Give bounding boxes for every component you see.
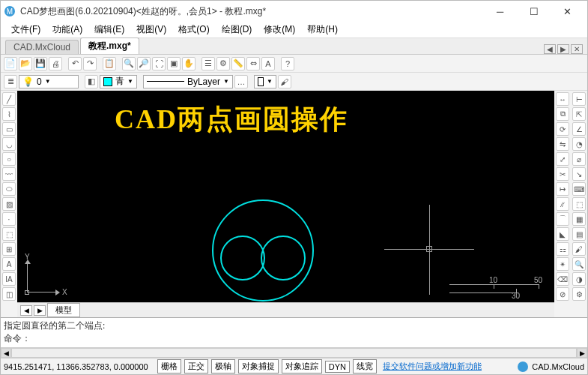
dim-radius-icon[interactable]: ◔ [572, 137, 586, 151]
linetype-selector[interactable]: ByLayer ▼ [143, 75, 233, 88]
measure-icon[interactable]: 📏 [231, 57, 245, 70]
dimension-icon[interactable]: ⇔ [246, 57, 260, 70]
mirror-tool-icon[interactable]: ⇋ [556, 137, 569, 151]
zoom-window-icon[interactable]: ⛶ [152, 57, 166, 70]
model-tab[interactable]: 模型 [47, 303, 80, 317]
layout-prev-icon[interactable]: ◀ [20, 305, 32, 316]
redo-icon[interactable]: ↷ [83, 57, 97, 70]
color-manager-icon[interactable]: ◧ [85, 75, 98, 88]
line-tool-icon[interactable]: ╱ [2, 92, 16, 106]
move-tool-icon[interactable]: ↔ [556, 92, 569, 106]
menu-edit[interactable]: 编辑(E) [88, 22, 130, 38]
toggle-lwt[interactable]: 线宽 [353, 359, 377, 374]
clipboard-icon[interactable]: 📋 [103, 57, 116, 70]
rotate-tool-icon[interactable]: ⟳ [556, 122, 569, 136]
menu-view[interactable]: 视图(V) [130, 22, 172, 38]
toggle-dyn[interactable]: DYN [325, 361, 350, 373]
text-tool-icon[interactable]: A [261, 57, 275, 70]
close-button[interactable]: ✕ [551, 1, 584, 22]
zoom-out-icon[interactable]: 🔎 [137, 57, 151, 70]
layer-selector[interactable]: 💡 0 ▼ [19, 75, 79, 88]
group-icon[interactable]: ▦ [572, 212, 586, 226]
lineweight-selector[interactable]: ▼ [254, 75, 276, 88]
command-area[interactable]: 指定圆直径的第二个端点: 命令： [1, 317, 587, 347]
ellipse-tool-icon[interactable]: ⬭ [2, 182, 16, 196]
open-file-icon[interactable]: 📂 [19, 57, 32, 70]
zoom-extents-icon[interactable]: ▣ [167, 57, 181, 70]
array-tool-icon[interactable]: ⚏ [556, 242, 569, 256]
drawing-canvas[interactable]: CAD两点画圆操作 10 50 30 [17, 91, 554, 302]
tab-nav-right-icon[interactable]: ▶ [557, 44, 569, 54]
tab-nav-left-icon[interactable]: ◀ [544, 44, 556, 54]
menu-help[interactable]: 帮助(H) [301, 22, 344, 38]
block-tool-icon[interactable]: ⬚ [2, 227, 16, 241]
tab-close-icon[interactable]: ✕ [571, 44, 583, 54]
minimize-button[interactable]: ─ [483, 1, 517, 22]
hatch-tool-icon[interactable]: ▨ [2, 197, 16, 211]
dim-aligned-icon[interactable]: ⇱ [572, 107, 586, 121]
polyline-tool-icon[interactable]: ⌇ [2, 107, 16, 121]
region-tool-icon[interactable]: ◫ [2, 287, 16, 301]
tab-cloud[interactable]: CAD.MxCloud [5, 40, 79, 54]
menu-format[interactable]: 格式(O) [172, 22, 215, 38]
toggle-polar[interactable]: 极轴 [211, 359, 235, 374]
properties-icon[interactable]: ⚙ [216, 57, 230, 70]
maximize-button[interactable]: ☐ [517, 1, 551, 22]
menu-draw[interactable]: 绘图(D) [216, 22, 258, 38]
find-icon[interactable]: 🔍 [572, 257, 586, 271]
toggle-osnap[interactable]: 对象捕捉 [238, 359, 279, 374]
toggle-grid[interactable]: 栅格 [157, 359, 181, 374]
chamfer-tool-icon[interactable]: ◣ [556, 227, 569, 241]
undo-icon[interactable]: ↶ [68, 57, 82, 70]
extend-tool-icon[interactable]: ↦ [556, 182, 569, 196]
zoom-in-icon[interactable]: 🔍 [122, 57, 136, 70]
feedback-link[interactable]: 提交软件问题或增加新功能 [383, 361, 482, 372]
trim-tool-icon[interactable]: ✂ [556, 167, 569, 181]
toggle-ortho[interactable]: 正交 [184, 359, 208, 374]
scroll-right-icon[interactable]: ▶ [577, 348, 587, 358]
spline-tool-icon[interactable]: 〰 [2, 167, 16, 181]
copy-tool-icon[interactable]: ⧉ [556, 107, 569, 121]
brush-icon[interactable]: 🖌 [278, 75, 291, 88]
table-tool-icon[interactable]: IA [2, 272, 16, 286]
select-all-icon[interactable]: ⬚ [572, 197, 586, 211]
paint-icon[interactable]: 🖌 [572, 242, 586, 256]
dim-linear-icon[interactable]: ⊢ [572, 92, 586, 106]
horizontal-scrollbar[interactable]: ◀ ▶ [1, 347, 587, 358]
menu-func[interactable]: 功能(A) [46, 22, 88, 38]
layer-off-icon[interactable]: ◑ [572, 272, 586, 286]
scroll-left-icon[interactable]: ◀ [1, 348, 11, 358]
layout-next-icon[interactable]: ▶ [34, 305, 46, 316]
linetype-manager-icon[interactable]: … [234, 75, 248, 88]
calc-icon[interactable]: ⌨ [572, 182, 586, 196]
leader-icon[interactable]: ↘ [572, 167, 586, 181]
fillet-tool-icon[interactable]: ⌒ [556, 212, 569, 226]
insert-tool-icon[interactable]: ⊞ [2, 242, 16, 256]
point-tool-icon[interactable]: · [2, 212, 16, 226]
arc-tool-icon[interactable]: ◡ [2, 137, 16, 151]
help-icon[interactable]: ? [281, 57, 294, 70]
dim-angular-icon[interactable]: ∠ [572, 122, 586, 136]
new-file-icon[interactable]: 📄 [4, 57, 17, 70]
settings-icon[interactable]: ⚙ [572, 287, 586, 301]
erase-tool-icon[interactable]: ⌫ [556, 272, 569, 286]
mtext-tool-icon[interactable]: A [2, 257, 16, 271]
print-icon[interactable]: 🖨 [49, 57, 62, 70]
menu-modify[interactable]: 修改(M) [258, 22, 301, 38]
menu-file[interactable]: 文件(F) [5, 22, 46, 38]
rectangle-tool-icon[interactable]: ▭ [2, 122, 16, 136]
break-tool-icon[interactable]: ⊘ [556, 287, 569, 301]
layer-manager-icon[interactable]: ≣ [4, 75, 17, 88]
ungroup-icon[interactable]: ▤ [572, 227, 586, 241]
dim-diameter-icon[interactable]: ⌀ [572, 152, 586, 166]
toggle-otrack[interactable]: 对象追踪 [282, 359, 322, 374]
offset-tool-icon[interactable]: ⫽ [556, 197, 569, 211]
color-selector[interactable]: 青 ▼ [100, 75, 137, 88]
pan-icon[interactable]: ✋ [182, 57, 196, 70]
save-icon[interactable]: 💾 [34, 57, 47, 70]
circle-tool-icon[interactable]: ○ [2, 152, 16, 166]
scale-tool-icon[interactable]: ⤢ [556, 152, 569, 166]
tab-current-file[interactable]: 教程.mxg* [80, 38, 139, 54]
layer-icon[interactable]: ☰ [201, 57, 215, 70]
explode-tool-icon[interactable]: ✴ [556, 257, 569, 271]
